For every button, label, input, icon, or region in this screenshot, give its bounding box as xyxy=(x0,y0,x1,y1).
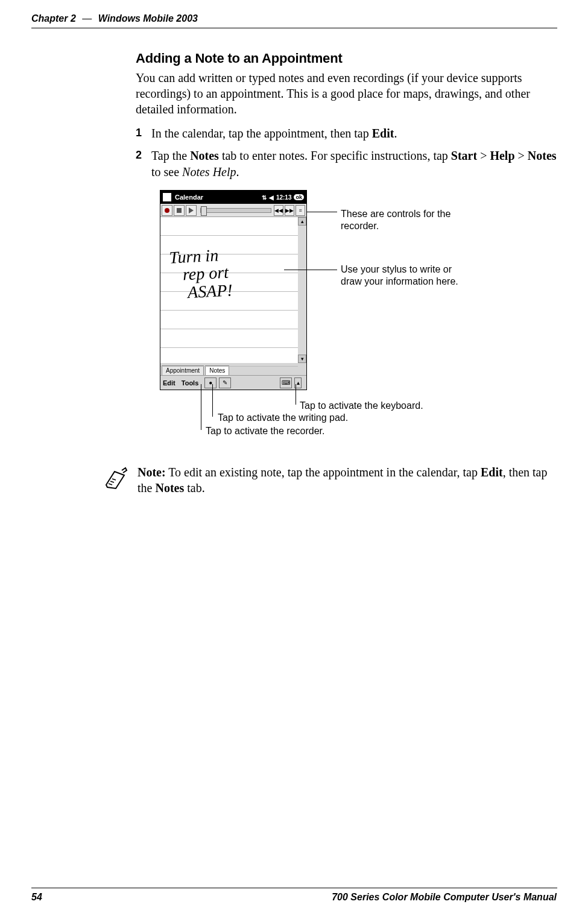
leader-line xyxy=(212,384,213,417)
leader-line xyxy=(296,384,296,405)
step-text: In the calendar, tap the appointment, th… xyxy=(151,127,397,140)
keyboard-icon[interactable]: ⌨ xyxy=(280,377,292,388)
slider-knob[interactable] xyxy=(201,206,207,216)
leader-line xyxy=(201,384,201,430)
note-text: Note: To edit an existing note, tap the … xyxy=(138,464,557,496)
header-rule xyxy=(31,28,557,28)
header-chapter: Chapter 2 xyxy=(31,13,76,24)
device-screenshot: Calendar ⇅ ◀ 12:13 ok ◀◀ ▶▶ ≡ ▴ ▾ xyxy=(160,190,307,390)
page-header: Chapter 2 — Windows Mobile 2003 xyxy=(31,13,198,24)
playback-slider[interactable] xyxy=(200,208,271,213)
titlebar-title: Calendar xyxy=(175,194,262,201)
step-text: Tap the Notes tab to enter notes. For sp… xyxy=(151,149,557,178)
callout-recorder-controls: These are controls for the recorder. xyxy=(341,208,461,232)
main-content: Adding a Note to an Appointment You can … xyxy=(136,48,558,449)
header-title: Windows Mobile 2003 xyxy=(98,13,198,24)
note-icon xyxy=(104,467,128,494)
callout-recorder: Tap to activate the recorder. xyxy=(206,425,324,437)
callout-stylus-area: Use your stylus to write or draw your in… xyxy=(341,264,461,288)
section-intro: You can add written or typed notes and e… xyxy=(136,70,558,117)
leader-line xyxy=(307,212,337,212)
step-number: 2 xyxy=(136,148,142,162)
section-heading: Adding a Note to an Appointment xyxy=(136,51,558,66)
step-number: 1 xyxy=(136,125,142,140)
stop-button[interactable] xyxy=(174,205,185,216)
start-icon[interactable] xyxy=(163,193,171,201)
connectivity-icon[interactable]: ⇅ xyxy=(262,194,267,201)
ok-button[interactable]: ok xyxy=(294,194,304,200)
device-titlebar: Calendar ⇅ ◀ 12:13 ok xyxy=(160,191,306,204)
menu-tools[interactable]: Tools xyxy=(182,379,199,387)
figure: Calendar ⇅ ◀ 12:13 ok ◀◀ ▶▶ ≡ ▴ ▾ xyxy=(136,190,558,449)
callout-keyboard: Tap to activate the keyboard. xyxy=(300,400,423,412)
tab-notes[interactable]: Notes xyxy=(205,365,229,375)
volume-icon[interactable]: ◀ xyxy=(269,194,274,201)
tab-appointment[interactable]: Appointment xyxy=(162,365,204,375)
menu-edit[interactable]: Edit xyxy=(163,379,175,387)
recorder-options-button[interactable]: ≡ xyxy=(296,205,305,216)
writing-pad-icon[interactable]: ✎ xyxy=(219,377,231,388)
steps-list: 1 In the calendar, tap the appointment, … xyxy=(136,125,558,180)
note-block: Note: To edit an existing note, tap the … xyxy=(104,464,557,496)
notes-canvas[interactable]: ▴ ▾ Turn in rep ort ASAP! xyxy=(160,217,306,363)
step-1: 1 In the calendar, tap the appointment, … xyxy=(136,125,558,142)
play-button[interactable] xyxy=(186,205,197,216)
page-number: 54 xyxy=(31,892,42,903)
leader-line xyxy=(284,270,337,270)
footer-rule xyxy=(31,888,557,888)
titlebar-time[interactable]: 12:13 xyxy=(276,194,292,201)
recorder-toggle-icon[interactable]: ● xyxy=(204,377,217,388)
callout-writing-pad: Tap to activate the writing pad. xyxy=(218,412,348,424)
scroll-down-button[interactable]: ▾ xyxy=(298,355,306,363)
handwritten-note: Turn in rep ort ASAP! xyxy=(169,245,233,302)
header-separator: — xyxy=(78,13,95,24)
menu-bar: Edit Tools ● ✎ ⌨ ▴ xyxy=(160,375,306,390)
recorder-toolbar: ◀◀ ▶▶ ≡ xyxy=(160,204,306,217)
footer-title: 700 Series Color Mobile Computer User's … xyxy=(332,892,557,903)
scroll-up-button[interactable]: ▴ xyxy=(298,217,306,226)
step-2: 2 Tap the Notes tab to enter notes. For … xyxy=(136,148,558,180)
note-label: Note: xyxy=(138,466,166,479)
record-button[interactable] xyxy=(162,205,172,216)
next-track-button[interactable]: ▶▶ xyxy=(285,205,294,216)
prev-track-button[interactable]: ◀◀ xyxy=(274,205,283,216)
